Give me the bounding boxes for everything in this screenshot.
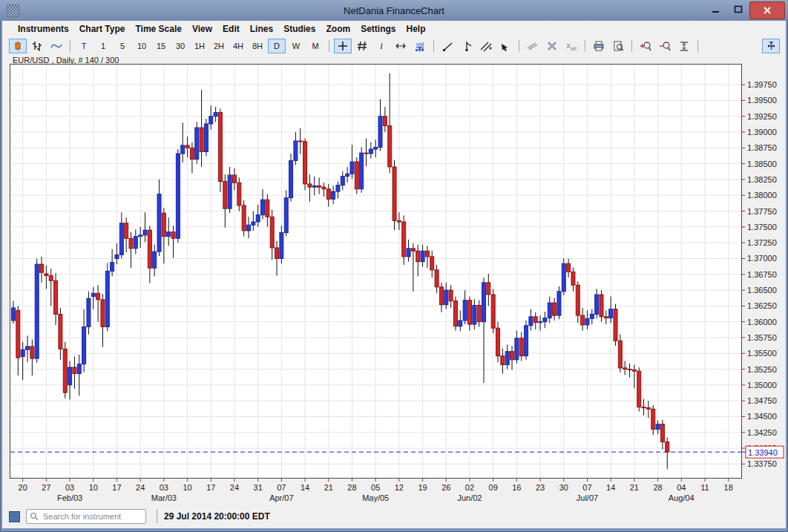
candle — [16, 310, 20, 358]
candle — [326, 189, 330, 200]
menu-lines[interactable]: Lines — [245, 22, 278, 36]
date-tick-label: 23 — [536, 483, 545, 492]
crosshair-button[interactable] — [334, 39, 352, 53]
toolbar-separator — [585, 40, 585, 52]
trendline-button[interactable] — [439, 39, 456, 53]
dock-panel-button[interactable] — [762, 39, 780, 53]
zoom-out-button[interactable] — [656, 39, 674, 53]
fit-vertical-scale-button[interactable] — [675, 39, 693, 53]
date-tick-label: 02 — [465, 483, 474, 492]
print-button[interactable] — [590, 39, 608, 53]
date-tick-label: 31 — [254, 483, 263, 492]
print-preview-button[interactable] — [609, 39, 627, 53]
candle — [463, 301, 467, 321]
parallel-lines-button[interactable] — [524, 39, 542, 53]
close-button[interactable] — [749, 1, 785, 19]
ohlc-bars-button[interactable] — [28, 39, 46, 53]
timeframe-15[interactable]: 15 — [152, 39, 170, 53]
candle — [54, 280, 58, 314]
menu-view[interactable]: View — [187, 22, 217, 36]
menu-settings[interactable]: Settings — [355, 22, 401, 36]
date-tick-label: 18 — [724, 483, 733, 492]
candle — [529, 317, 533, 326]
timeframe-2h[interactable]: 2H — [210, 39, 228, 53]
timeframe-m[interactable]: M — [306, 39, 324, 53]
grid-button[interactable] — [353, 39, 371, 53]
candle — [318, 185, 321, 187]
grid-icon — [357, 41, 367, 51]
timeframe-d[interactable]: D — [268, 39, 286, 53]
menu-chart-type[interactable]: Chart Type — [74, 22, 131, 36]
price-chart[interactable]: 1.337501.340001.342501.345001.347501.350… — [10, 64, 786, 505]
parallel-channel-button[interactable] — [477, 39, 495, 53]
candle — [449, 290, 453, 301]
month-label: Apr/07 — [269, 493, 293, 502]
candle — [190, 148, 194, 159]
candle — [614, 309, 617, 341]
candle — [115, 254, 119, 258]
menu-edit[interactable]: Edit — [217, 22, 245, 36]
toolbar-separator — [329, 40, 329, 52]
zoom-in-button[interactable] — [637, 39, 654, 53]
price-tick-label: 1.38750 — [747, 143, 777, 152]
candle — [195, 128, 199, 160]
timeframe-30[interactable]: 30 — [171, 39, 189, 53]
price-tick-label: 1.35500 — [747, 349, 777, 358]
expand-horizontal-button[interactable] — [392, 39, 410, 53]
candle — [393, 167, 396, 220]
delete-all-lines-button[interactable]: xall — [562, 39, 580, 53]
delete-line-button[interactable] — [543, 39, 561, 53]
month-label: May/05 — [362, 493, 389, 502]
date-tick-label: 24 — [230, 483, 239, 492]
pointer-arrow-button[interactable] — [496, 39, 514, 53]
timeframe-w[interactable]: W — [287, 39, 305, 53]
price-tick-label: 1.38250 — [747, 175, 777, 184]
trendline-icon — [442, 41, 453, 52]
volume-button[interactable]: vol — [411, 39, 429, 53]
date-tick-label: 19 — [418, 483, 427, 492]
candle — [416, 251, 420, 261]
candle — [284, 198, 288, 233]
search-input[interactable] — [42, 511, 134, 522]
line-chart-button[interactable] — [47, 39, 65, 53]
minimize-button[interactable] — [705, 1, 727, 18]
menu-studies[interactable]: Studies — [278, 22, 321, 36]
menu-instruments[interactable]: Instruments — [13, 22, 74, 36]
candle — [256, 215, 260, 222]
candle — [453, 301, 457, 326]
timeframe-1[interactable]: 1 — [94, 39, 112, 53]
menu-help[interactable]: Help — [401, 22, 430, 36]
candlestick-chart-button[interactable] — [9, 39, 27, 53]
timeframe-4h[interactable]: 4H — [229, 39, 247, 53]
date-tick-label: 04 — [677, 483, 686, 492]
candle — [303, 142, 307, 184]
menu-zoom[interactable]: Zoom — [321, 22, 355, 36]
timeframe-1h[interactable]: 1H — [191, 39, 209, 53]
candle — [364, 153, 368, 154]
date-tick-label: 28 — [347, 483, 356, 492]
candle — [209, 116, 213, 124]
price-tick-label: 1.38000 — [747, 191, 777, 200]
info-button[interactable]: i — [372, 39, 390, 53]
candle — [571, 272, 575, 285]
delete-line-icon — [547, 41, 557, 51]
candle — [181, 145, 185, 154]
maximize-button[interactable] — [727, 1, 749, 18]
timeframe-8h[interactable]: 8H — [249, 39, 266, 53]
price-axis: 1.337501.340001.342501.345001.347501.350… — [742, 80, 777, 468]
timeframe-10[interactable]: 10 — [133, 39, 151, 53]
timeframe-5[interactable]: 5 — [114, 39, 131, 53]
menu-bar: InstrumentsChart TypeTime ScaleViewEditL… — [2, 21, 786, 37]
date-tick-label: 20 — [19, 483, 27, 492]
candle — [125, 223, 128, 238]
instrument-search-box[interactable] — [26, 509, 146, 524]
timeframe-t[interactable]: T — [75, 39, 93, 53]
zoom-in-icon — [640, 41, 651, 52]
candle — [519, 338, 523, 356]
candle — [595, 295, 599, 314]
vertical-line-button[interactable] — [458, 39, 476, 53]
toolbar: T151015301H2H4H8HDWM i vol — [2, 37, 786, 55]
menu-time-scale[interactable]: Time Scale — [130, 22, 186, 36]
candle — [369, 149, 372, 154]
candlestick-icon — [13, 40, 23, 52]
